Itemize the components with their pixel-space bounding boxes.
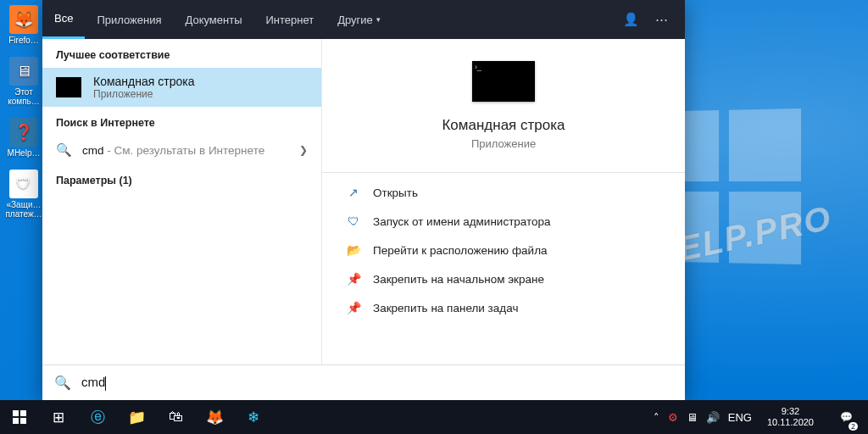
search-tabs: Все Приложения Документы Интернет Другие… [42, 0, 685, 39]
divider [322, 172, 685, 173]
action-pin-start[interactable]: 📌Закрепить на начальном экране [342, 264, 665, 293]
open-icon: ↗ [346, 186, 361, 199]
search-input[interactable]: cmd [81, 375, 673, 391]
tray-volume-icon[interactable]: 🔊 [706, 411, 720, 424]
desktop-icon[interactable]: 🖥Этот компь… [5, 57, 42, 106]
pin-icon: 📌 [346, 272, 361, 286]
action-open-location[interactable]: 📂Перейти к расположению файла [342, 236, 665, 264]
system-tray: ˄ ⚙ 🖥 🔊 ENG 9:3210.11.2020 💬 2 [654, 400, 868, 434]
pin-icon: 📌 [346, 301, 361, 314]
desktop-icons: 🦊Firefo… 🖥Этот компь… ❓MHelp… 🛡«Защи… пл… [5, 5, 46, 231]
taskbar-app-edge[interactable]: ⓔ [78, 400, 117, 434]
action-run-admin[interactable]: 🛡Запуск от имени администратора [342, 207, 665, 236]
result-preview: Командная строка Приложение ↗Открыть 🛡За… [322, 39, 685, 364]
taskbar: ⊞ ⓔ 📁 🛍 🦊 ❄ ˄ ⚙ 🖥 🔊 ENG 9:3210.11.2020 💬… [0, 400, 868, 434]
section-web: Поиск в Интернете [42, 107, 321, 136]
tray-clock[interactable]: 9:3210.11.2020 [760, 406, 821, 428]
desktop-icon[interactable]: 🛡«Защи… платеж… [5, 170, 42, 219]
tab-all[interactable]: Все [42, 0, 85, 39]
section-settings: Параметры (1) [42, 164, 321, 193]
taskbar-app-firefox[interactable]: 🦊 [195, 400, 234, 434]
desktop-icon[interactable]: 🦊Firefo… [5, 5, 42, 45]
result-web-search[interactable]: 🔍 cmd - См. результаты в Интернете ❯ [42, 136, 321, 164]
feedback-icon[interactable]: 👤 [615, 12, 646, 27]
preview-app-icon [472, 61, 535, 102]
chevron-down-icon: ▾ [376, 15, 381, 24]
shield-icon: 🛡 [346, 214, 361, 228]
tab-apps[interactable]: Приложения [85, 0, 173, 39]
tray-network-icon[interactable]: 🖥 [687, 411, 698, 424]
section-best-match: Лучшее соответствие [42, 39, 321, 68]
tab-web[interactable]: Интернет [253, 0, 326, 39]
taskbar-app-store[interactable]: 🛍 [156, 400, 195, 434]
search-box[interactable]: 🔍 cmd [42, 364, 685, 400]
taskbar-app-screenpresso[interactable]: ❄ [234, 400, 273, 434]
more-icon[interactable]: ⋯ [646, 12, 676, 27]
results-list: Лучшее соответствие Командная строка При… [42, 39, 322, 364]
desktop-icon[interactable]: ❓MHelp… [5, 118, 42, 158]
tab-docs[interactable]: Документы [173, 0, 253, 39]
cmd-icon [56, 77, 81, 97]
notification-badge: 2 [849, 422, 858, 431]
preview-subtitle: Приложение [342, 137, 665, 150]
result-best-match[interactable]: Командная строка Приложение [42, 68, 321, 107]
action-center-button[interactable]: 💬 2 [829, 400, 863, 434]
search-icon: 🔍 [54, 375, 71, 391]
tray-security-icon[interactable]: ⚙ [668, 411, 678, 424]
tab-more[interactable]: Другие▾ [326, 0, 392, 39]
notification-icon: 💬 [840, 411, 853, 423]
action-pin-taskbar[interactable]: 📌Закрепить на панели задач [342, 293, 665, 322]
search-icon: 🔍 [56, 142, 72, 158]
action-open[interactable]: ↗Открыть [342, 178, 665, 207]
preview-title: Командная строка [342, 117, 665, 134]
start-button[interactable] [0, 400, 39, 434]
taskbar-app-explorer[interactable]: 📁 [117, 400, 156, 434]
task-view-button[interactable]: ⊞ [39, 400, 78, 434]
tray-chevron-icon[interactable]: ˄ [654, 411, 659, 424]
chevron-right-icon: ❯ [299, 144, 308, 156]
folder-icon: 📂 [346, 243, 361, 257]
start-search-panel: Все Приложения Документы Интернет Другие… [42, 0, 685, 400]
tray-language[interactable]: ENG [728, 411, 752, 424]
